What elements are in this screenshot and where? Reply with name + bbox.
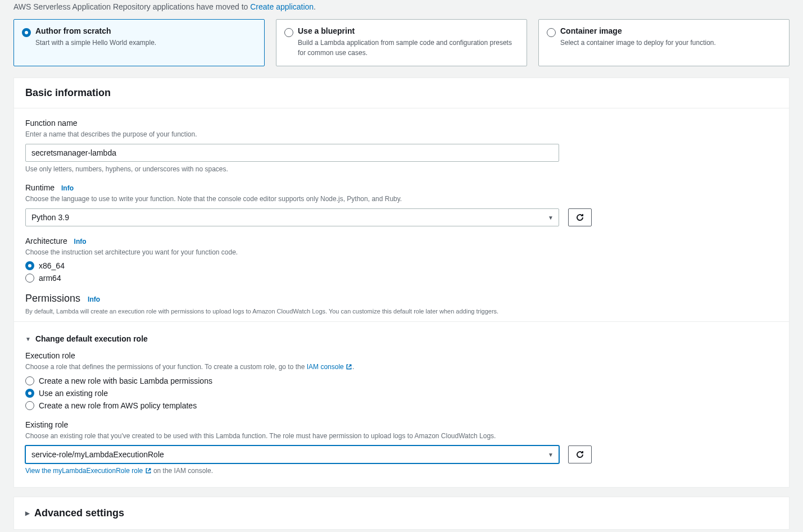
radio-icon	[22, 28, 31, 37]
iam-console-link[interactable]: IAM console	[307, 363, 352, 371]
field-label: Function name	[25, 119, 778, 128]
refresh-icon	[575, 213, 584, 222]
view-role-link[interactable]: View the myLambdaExecutionRole role	[25, 467, 152, 475]
field-label: Architecture Info	[25, 237, 778, 245]
permissions-section: Permissions Info By default, Lambda will…	[25, 293, 778, 315]
card-desc: Start with a simple Hello World example.	[35, 38, 156, 48]
basic-information-panel: Basic information Function name Enter a …	[13, 78, 790, 488]
radio-icon	[25, 401, 34, 410]
advanced-settings-panel: ▶ Advanced settings	[13, 497, 790, 530]
info-link[interactable]: Info	[61, 184, 74, 192]
refresh-button[interactable]	[568, 445, 592, 463]
radio-icon	[284, 28, 293, 37]
radio-icon	[547, 28, 556, 37]
section-desc: By default, Lambda will create an execut…	[25, 308, 778, 315]
change-execution-role-expander[interactable]: ▼ Change default execution role	[25, 333, 778, 351]
field-desc: Choose an existing role that you've crea…	[25, 431, 778, 441]
card-title: Author from scratch	[35, 26, 156, 35]
field-label: Execution role	[25, 351, 778, 360]
role-template-option[interactable]: Create a new role from AWS policy templa…	[25, 401, 778, 410]
radio-icon	[25, 261, 34, 270]
card-title: Use a blueprint	[298, 26, 518, 35]
external-link-icon	[145, 467, 152, 474]
field-desc: Choose the instruction set architecture …	[25, 248, 778, 257]
arch-arm-option[interactable]: arm64	[25, 274, 778, 283]
create-application-link[interactable]: Create application	[250, 2, 314, 11]
creation-method-cards: Author from scratch Start with a simple …	[13, 19, 790, 66]
field-hint: Use only letters, numbers, hyphens, or u…	[25, 165, 778, 173]
refresh-button[interactable]	[568, 208, 592, 226]
field-desc: Choose a role that defines the permissio…	[25, 362, 778, 372]
role-new-basic-option[interactable]: Create a new role with basic Lambda perm…	[25, 376, 778, 385]
card-title: Container image	[560, 26, 716, 35]
section-title: Permissions Info	[25, 293, 778, 304]
field-label: Runtime Info	[25, 183, 778, 192]
refresh-icon	[575, 450, 584, 459]
field-desc: Choose the language to use to write your…	[25, 194, 778, 204]
advanced-settings-expander[interactable]: ▶ Advanced settings	[25, 507, 778, 519]
architecture-field: Architecture Info Choose the instruction…	[25, 237, 778, 283]
expander-label: Change default execution role	[35, 334, 148, 343]
option-label: Create a new role from AWS policy templa…	[39, 401, 197, 410]
card-desc: Select a container image to deploy for y…	[560, 38, 716, 48]
expander-label: Advanced settings	[34, 507, 124, 519]
option-label: Create a new role with basic Lambda perm…	[39, 376, 212, 385]
external-link-icon	[346, 363, 352, 370]
author-from-scratch-card[interactable]: Author from scratch Start with a simple …	[13, 19, 265, 66]
info-link[interactable]: Info	[88, 295, 100, 303]
function-name-field: Function name Enter a name that describe…	[25, 119, 778, 173]
use-blueprint-card[interactable]: Use a blueprint Build a Lambda applicati…	[276, 19, 527, 66]
radio-icon	[25, 389, 34, 398]
option-label: x86_64	[39, 261, 65, 270]
view-role-hint: View the myLambdaExecutionRole role on t…	[25, 467, 778, 475]
option-label: arm64	[39, 274, 61, 283]
role-existing-option[interactable]: Use an existing role	[25, 389, 778, 398]
function-name-input[interactable]	[25, 144, 559, 162]
panel-header: Basic information	[14, 78, 789, 108]
container-image-card[interactable]: Container image Select a container image…	[538, 19, 790, 66]
notice-text: AWS Serverless Application Repository ap…	[13, 2, 250, 11]
card-desc: Build a Lambda application from sample c…	[298, 38, 518, 58]
info-link[interactable]: Info	[74, 238, 87, 245]
radio-icon	[25, 376, 34, 385]
field-desc: Enter a name that describes the purpose …	[25, 130, 778, 139]
sar-notice: AWS Serverless Application Repository ap…	[13, 0, 790, 19]
arch-x86-option[interactable]: x86_64	[25, 261, 778, 270]
existing-role-select[interactable]: service-role/myLambdaExecutionRole	[25, 445, 559, 463]
divider	[14, 321, 789, 322]
radio-icon	[25, 274, 34, 283]
caret-right-icon: ▶	[25, 510, 30, 516]
existing-role-field: Existing role Choose an existing role th…	[25, 420, 778, 475]
runtime-field: Runtime Info Choose the language to use …	[25, 183, 778, 226]
runtime-select[interactable]: Python 3.9	[25, 208, 559, 226]
option-label: Use an existing role	[39, 389, 108, 398]
panel-title: Basic information	[25, 87, 778, 99]
field-label: Existing role	[25, 420, 778, 429]
caret-down-icon: ▼	[25, 336, 31, 342]
execution-role-field: Execution role Choose a role that define…	[25, 351, 778, 410]
